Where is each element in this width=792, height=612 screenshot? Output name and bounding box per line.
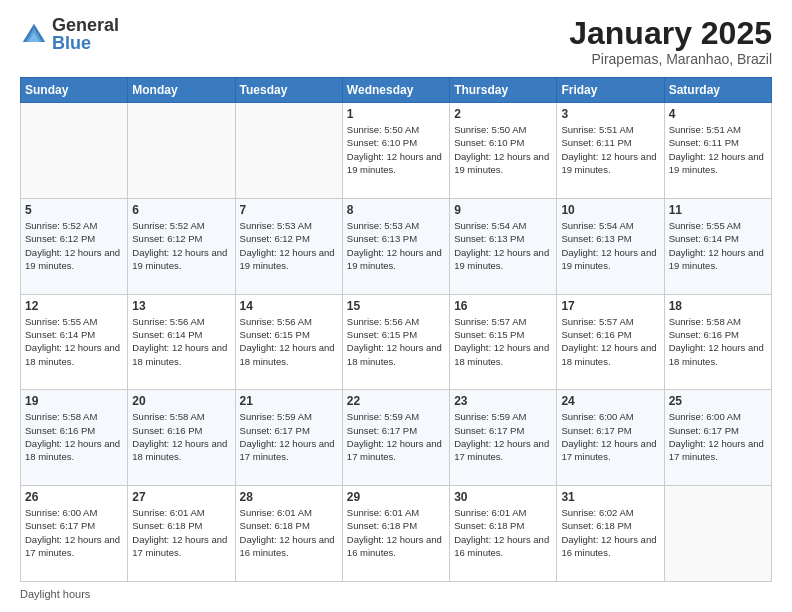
calendar-cell: 15Sunrise: 5:56 AM Sunset: 6:15 PM Dayli… (342, 294, 449, 390)
day-info: Sunrise: 5:50 AM Sunset: 6:10 PM Dayligh… (347, 123, 445, 176)
title-block: January 2025 Pirapemas, Maranhao, Brazil (569, 16, 772, 67)
calendar-cell: 9Sunrise: 5:54 AM Sunset: 6:13 PM Daylig… (450, 198, 557, 294)
weekday-header: Saturday (664, 78, 771, 103)
day-info: Sunrise: 5:52 AM Sunset: 6:12 PM Dayligh… (132, 219, 230, 272)
day-number: 17 (561, 299, 659, 313)
weekday-header: Monday (128, 78, 235, 103)
calendar-cell: 22Sunrise: 5:59 AM Sunset: 6:17 PM Dayli… (342, 390, 449, 486)
calendar-cell: 8Sunrise: 5:53 AM Sunset: 6:13 PM Daylig… (342, 198, 449, 294)
day-info: Sunrise: 6:00 AM Sunset: 6:17 PM Dayligh… (561, 410, 659, 463)
weekday-header: Tuesday (235, 78, 342, 103)
day-info: Sunrise: 5:54 AM Sunset: 6:13 PM Dayligh… (454, 219, 552, 272)
calendar-week-row: 19Sunrise: 5:58 AM Sunset: 6:16 PM Dayli… (21, 390, 772, 486)
calendar-cell: 23Sunrise: 5:59 AM Sunset: 6:17 PM Dayli… (450, 390, 557, 486)
day-info: Sunrise: 5:53 AM Sunset: 6:12 PM Dayligh… (240, 219, 338, 272)
calendar-week-row: 12Sunrise: 5:55 AM Sunset: 6:14 PM Dayli… (21, 294, 772, 390)
calendar-cell: 6Sunrise: 5:52 AM Sunset: 6:12 PM Daylig… (128, 198, 235, 294)
day-info: Sunrise: 5:54 AM Sunset: 6:13 PM Dayligh… (561, 219, 659, 272)
calendar-cell: 30Sunrise: 6:01 AM Sunset: 6:18 PM Dayli… (450, 486, 557, 582)
logo-general: General (52, 16, 119, 34)
subtitle: Pirapemas, Maranhao, Brazil (569, 51, 772, 67)
day-number: 7 (240, 203, 338, 217)
calendar-cell: 31Sunrise: 6:02 AM Sunset: 6:18 PM Dayli… (557, 486, 664, 582)
weekday-header: Thursday (450, 78, 557, 103)
day-number: 21 (240, 394, 338, 408)
day-info: Sunrise: 5:55 AM Sunset: 6:14 PM Dayligh… (25, 315, 123, 368)
calendar-cell: 19Sunrise: 5:58 AM Sunset: 6:16 PM Dayli… (21, 390, 128, 486)
day-number: 2 (454, 107, 552, 121)
day-number: 3 (561, 107, 659, 121)
day-number: 10 (561, 203, 659, 217)
day-info: Sunrise: 5:53 AM Sunset: 6:13 PM Dayligh… (347, 219, 445, 272)
day-number: 20 (132, 394, 230, 408)
calendar-cell: 20Sunrise: 5:58 AM Sunset: 6:16 PM Dayli… (128, 390, 235, 486)
calendar-week-row: 5Sunrise: 5:52 AM Sunset: 6:12 PM Daylig… (21, 198, 772, 294)
day-number: 1 (347, 107, 445, 121)
main-title: January 2025 (569, 16, 772, 51)
calendar-cell (664, 486, 771, 582)
day-number: 13 (132, 299, 230, 313)
day-number: 11 (669, 203, 767, 217)
day-number: 6 (132, 203, 230, 217)
day-info: Sunrise: 5:58 AM Sunset: 6:16 PM Dayligh… (132, 410, 230, 463)
day-number: 16 (454, 299, 552, 313)
calendar-cell: 13Sunrise: 5:56 AM Sunset: 6:14 PM Dayli… (128, 294, 235, 390)
day-info: Sunrise: 6:01 AM Sunset: 6:18 PM Dayligh… (347, 506, 445, 559)
calendar-cell: 21Sunrise: 5:59 AM Sunset: 6:17 PM Dayli… (235, 390, 342, 486)
day-info: Sunrise: 6:01 AM Sunset: 6:18 PM Dayligh… (240, 506, 338, 559)
calendar-cell: 29Sunrise: 6:01 AM Sunset: 6:18 PM Dayli… (342, 486, 449, 582)
day-number: 4 (669, 107, 767, 121)
day-info: Sunrise: 6:01 AM Sunset: 6:18 PM Dayligh… (454, 506, 552, 559)
calendar-cell: 17Sunrise: 5:57 AM Sunset: 6:16 PM Dayli… (557, 294, 664, 390)
day-info: Sunrise: 5:57 AM Sunset: 6:16 PM Dayligh… (561, 315, 659, 368)
day-number: 30 (454, 490, 552, 504)
calendar-cell: 26Sunrise: 6:00 AM Sunset: 6:17 PM Dayli… (21, 486, 128, 582)
day-number: 12 (25, 299, 123, 313)
calendar-cell: 24Sunrise: 6:00 AM Sunset: 6:17 PM Dayli… (557, 390, 664, 486)
day-number: 24 (561, 394, 659, 408)
day-info: Sunrise: 6:02 AM Sunset: 6:18 PM Dayligh… (561, 506, 659, 559)
day-info: Sunrise: 5:56 AM Sunset: 6:14 PM Dayligh… (132, 315, 230, 368)
day-number: 9 (454, 203, 552, 217)
day-info: Sunrise: 5:52 AM Sunset: 6:12 PM Dayligh… (25, 219, 123, 272)
calendar-cell (21, 103, 128, 199)
day-info: Sunrise: 6:00 AM Sunset: 6:17 PM Dayligh… (25, 506, 123, 559)
day-number: 14 (240, 299, 338, 313)
day-info: Sunrise: 5:59 AM Sunset: 6:17 PM Dayligh… (240, 410, 338, 463)
calendar-cell: 5Sunrise: 5:52 AM Sunset: 6:12 PM Daylig… (21, 198, 128, 294)
calendar-cell: 11Sunrise: 5:55 AM Sunset: 6:14 PM Dayli… (664, 198, 771, 294)
day-number: 25 (669, 394, 767, 408)
daylight-hours-label: Daylight hours (20, 588, 90, 600)
day-number: 19 (25, 394, 123, 408)
weekday-header-row: SundayMondayTuesdayWednesdayThursdayFrid… (21, 78, 772, 103)
logo-blue: Blue (52, 33, 91, 53)
day-info: Sunrise: 5:57 AM Sunset: 6:15 PM Dayligh… (454, 315, 552, 368)
calendar-cell: 4Sunrise: 5:51 AM Sunset: 6:11 PM Daylig… (664, 103, 771, 199)
calendar-cell: 12Sunrise: 5:55 AM Sunset: 6:14 PM Dayli… (21, 294, 128, 390)
day-number: 31 (561, 490, 659, 504)
calendar-cell: 3Sunrise: 5:51 AM Sunset: 6:11 PM Daylig… (557, 103, 664, 199)
calendar-cell (128, 103, 235, 199)
day-number: 28 (240, 490, 338, 504)
day-info: Sunrise: 6:01 AM Sunset: 6:18 PM Dayligh… (132, 506, 230, 559)
day-number: 26 (25, 490, 123, 504)
day-info: Sunrise: 5:58 AM Sunset: 6:16 PM Dayligh… (669, 315, 767, 368)
calendar-cell: 14Sunrise: 5:56 AM Sunset: 6:15 PM Dayli… (235, 294, 342, 390)
day-number: 5 (25, 203, 123, 217)
logo: General Blue (20, 16, 119, 53)
calendar-cell (235, 103, 342, 199)
calendar-cell: 16Sunrise: 5:57 AM Sunset: 6:15 PM Dayli… (450, 294, 557, 390)
day-number: 29 (347, 490, 445, 504)
calendar-cell: 10Sunrise: 5:54 AM Sunset: 6:13 PM Dayli… (557, 198, 664, 294)
weekday-header: Wednesday (342, 78, 449, 103)
day-number: 22 (347, 394, 445, 408)
calendar-cell: 2Sunrise: 5:50 AM Sunset: 6:10 PM Daylig… (450, 103, 557, 199)
day-info: Sunrise: 5:56 AM Sunset: 6:15 PM Dayligh… (240, 315, 338, 368)
day-info: Sunrise: 5:50 AM Sunset: 6:10 PM Dayligh… (454, 123, 552, 176)
day-number: 15 (347, 299, 445, 313)
logo-text: General Blue (52, 16, 119, 53)
day-info: Sunrise: 5:56 AM Sunset: 6:15 PM Dayligh… (347, 315, 445, 368)
calendar-cell: 28Sunrise: 6:01 AM Sunset: 6:18 PM Dayli… (235, 486, 342, 582)
header: General Blue January 2025 Pirapemas, Mar… (20, 16, 772, 67)
page: General Blue January 2025 Pirapemas, Mar… (0, 0, 792, 612)
